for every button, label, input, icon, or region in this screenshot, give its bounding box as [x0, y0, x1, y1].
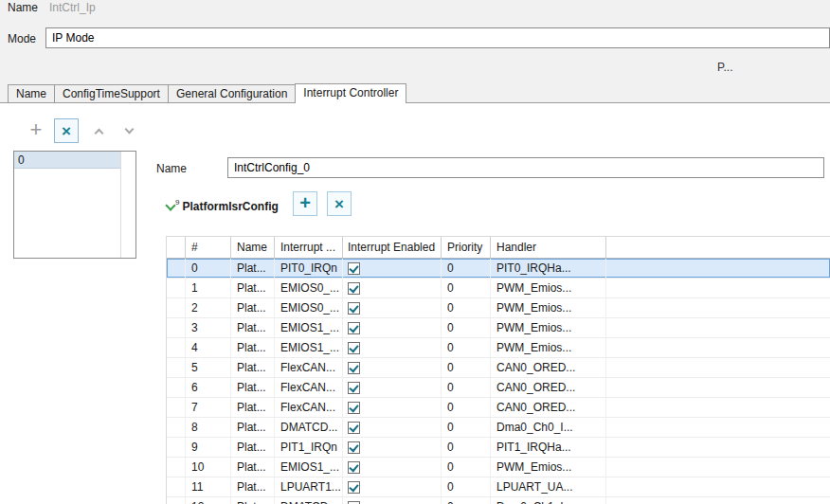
row-name: Plat...	[231, 497, 275, 504]
header-index[interactable]: #	[186, 237, 231, 258]
config-list[interactable]: 0	[13, 151, 136, 259]
row-selector[interactable]	[167, 318, 186, 337]
interrupt-enabled-checkbox[interactable]	[348, 501, 360, 504]
move-up-button[interactable]	[86, 118, 111, 143]
interrupt-enabled-checkbox[interactable]	[348, 481, 360, 494]
row-index: 5	[186, 358, 231, 377]
row-filler	[606, 259, 830, 278]
tab-name[interactable]: Name	[8, 84, 55, 103]
expander-chevron-icon[interactable]	[165, 200, 175, 210]
row-index: 10	[186, 458, 231, 477]
row-priority: 0	[442, 438, 491, 457]
add-config-button[interactable]: +	[24, 118, 48, 143]
row-index: 0	[186, 259, 231, 278]
table-row[interactable]: 12 Plat... DMATCD... 0 Dma0_Ch1_I...	[167, 497, 830, 504]
module-name-label: Name	[8, 1, 38, 14]
remove-config-button[interactable]: ×	[54, 118, 79, 143]
row-handler: Dma0_Ch0_I...	[491, 418, 606, 437]
table-row[interactable]: 0 Plat... PIT0_IRQn 0 PIT0_IRQHa...	[167, 259, 830, 279]
row-enabled-cell	[343, 279, 442, 297]
header-handler[interactable]: Handler	[491, 237, 606, 258]
row-handler: PIT1_IRQHa...	[491, 438, 606, 457]
row-filler	[606, 418, 830, 437]
row-selector[interactable]	[167, 298, 186, 317]
table-row[interactable]: 2 Plat... EMIOS0_... 0 PWM_Emios...	[167, 298, 830, 318]
row-selector[interactable]	[167, 358, 186, 377]
row-enabled-cell	[343, 418, 442, 437]
config-name-input[interactable]	[227, 157, 824, 178]
row-selector[interactable]	[167, 338, 186, 357]
table-row[interactable]: 1 Plat... EMIOS0_... 0 PWM_Emios...	[167, 279, 830, 298]
table-row[interactable]: 4 Plat... EMIOS1_... 0 PWM_Emios...	[167, 338, 830, 358]
row-index: 12	[186, 497, 231, 504]
header-interrupt[interactable]: Interrupt ...	[275, 237, 343, 258]
module-name-value: IntCtrl_Ip	[49, 1, 96, 14]
isr-table-header: # Name Interrupt ... Interrupt Enabled P…	[167, 237, 830, 259]
row-enabled-cell	[343, 358, 442, 377]
row-name: Plat...	[231, 259, 275, 278]
row-index: 2	[186, 298, 231, 317]
interrupt-enabled-checkbox[interactable]	[348, 302, 360, 315]
row-selector[interactable]	[167, 378, 186, 397]
interrupt-enabled-checkbox[interactable]	[348, 342, 360, 354]
interrupt-enabled-checkbox[interactable]	[348, 441, 360, 454]
tab-interrupt-controller[interactable]: Interrupt Controller	[295, 83, 406, 103]
row-priority: 0	[442, 279, 491, 297]
row-priority: 0	[442, 418, 491, 437]
row-selector[interactable]	[167, 418, 186, 437]
interrupt-enabled-checkbox[interactable]	[348, 461, 360, 474]
header-name[interactable]: Name	[231, 237, 275, 258]
remove-isr-button[interactable]: ×	[327, 191, 352, 216]
interrupt-controller-panel: + × 0 Name 9 PlatformIsrConfig + ×	[0, 102, 830, 504]
table-row[interactable]: 5 Plat... FlexCAN... 0 CAN0_ORED...	[167, 358, 830, 378]
mode-input[interactable]	[45, 27, 830, 48]
add-isr-button[interactable]: +	[293, 191, 317, 216]
table-row[interactable]: 6 Plat... FlexCAN... 0 CAN0_ORED...	[167, 378, 830, 398]
row-handler: CAN0_ORED...	[491, 398, 606, 417]
row-name: Plat...	[231, 279, 275, 297]
row-index: 6	[186, 378, 231, 397]
row-interrupt: LPUART1...	[275, 477, 343, 496]
row-filler	[606, 279, 830, 297]
header-priority[interactable]: Priority	[442, 237, 491, 258]
row-filler	[606, 338, 830, 357]
table-row[interactable]: 11 Plat... LPUART1... 0 LPUART_UA...	[167, 477, 830, 497]
plus-icon: +	[30, 119, 43, 140]
interrupt-enabled-checkbox[interactable]	[348, 282, 360, 295]
row-selector[interactable]	[167, 458, 186, 477]
row-selector[interactable]	[167, 259, 186, 278]
table-row[interactable]: 7 Plat... FlexCAN... 0 CAN0_ORED...	[167, 398, 830, 418]
interrupt-enabled-checkbox[interactable]	[348, 322, 360, 334]
table-row[interactable]: 3 Plat... EMIOS1_... 0 PWM_Emios...	[167, 318, 830, 338]
tab-configtimesupport[interactable]: ConfigTimeSupport	[54, 84, 169, 103]
row-name: Plat...	[231, 298, 275, 317]
row-priority: 0	[442, 338, 491, 357]
platform-config-panel: Name IntCtrl_Ip Mode P... Name ConfigTim…	[0, 0, 830, 504]
header-interrupt-enabled[interactable]: Interrupt Enabled	[343, 237, 442, 258]
row-filler	[606, 477, 830, 496]
row-selector[interactable]	[167, 497, 186, 504]
interrupt-enabled-checkbox[interactable]	[348, 382, 360, 394]
row-selector[interactable]	[167, 398, 186, 417]
interrupt-enabled-checkbox[interactable]	[348, 362, 360, 374]
row-index: 1	[186, 279, 231, 297]
interrupt-enabled-checkbox[interactable]	[348, 262, 360, 275]
list-item[interactable]: 0	[14, 152, 120, 169]
table-row[interactable]: 10 Plat... EMIOS1_... 0 PWM_Emios...	[167, 458, 830, 477]
table-row[interactable]: 9 Plat... PIT1_IRQn 0 PIT1_IRQHa...	[167, 438, 830, 458]
row-priority: 0	[442, 497, 491, 504]
tab-general-configuration[interactable]: General Configuration	[168, 84, 296, 103]
row-filler	[606, 458, 830, 477]
interrupt-enabled-checkbox[interactable]	[348, 402, 360, 414]
row-selector[interactable]	[167, 279, 186, 297]
interrupt-enabled-checkbox[interactable]	[348, 422, 360, 434]
row-selector[interactable]	[167, 438, 186, 457]
table-row[interactable]: 8 Plat... DMATCD... 0 Dma0_Ch0_I...	[167, 418, 830, 438]
truncated-text: P...	[717, 61, 732, 74]
row-selector[interactable]	[167, 477, 186, 496]
delete-icon: ×	[334, 196, 344, 212]
row-interrupt: PIT0_IRQn	[275, 259, 343, 278]
chevron-up-icon	[94, 128, 103, 137]
move-down-button[interactable]	[117, 118, 141, 143]
row-filler	[606, 358, 830, 377]
